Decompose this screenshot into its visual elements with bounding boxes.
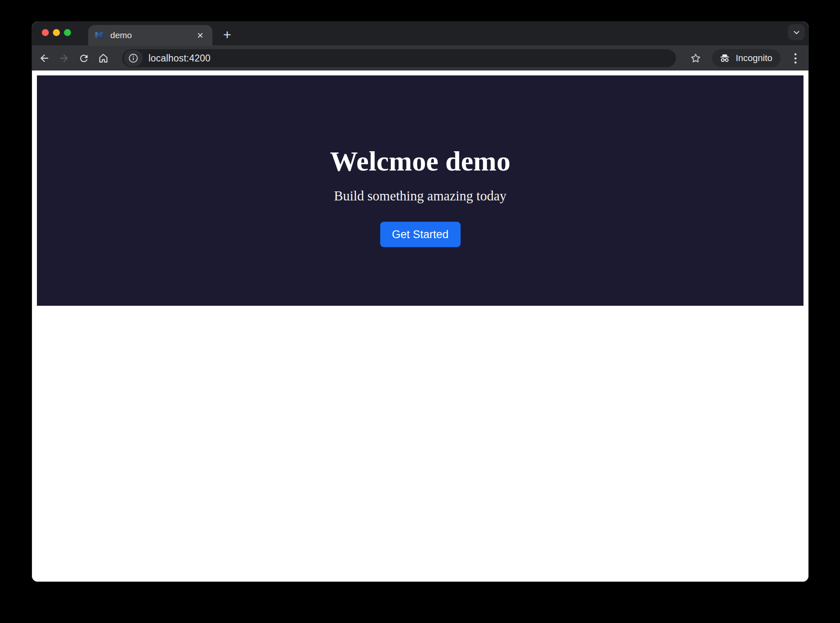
browser-toolbar: localhost:4200 Incognito	[32, 45, 808, 70]
info-circle-icon	[128, 53, 139, 64]
hero-section: Welcmoe demo Build something amazing tod…	[37, 75, 803, 306]
url-text: localhost:4200	[148, 53, 210, 64]
new-tab-button[interactable]: +	[218, 25, 236, 43]
reload-icon	[78, 53, 89, 64]
incognito-label: Incognito	[736, 53, 772, 64]
arrow-back-icon	[39, 52, 50, 64]
home-icon	[98, 52, 109, 64]
window-controls	[42, 29, 71, 36]
kebab-menu-icon	[794, 53, 797, 55]
arrow-forward-icon	[58, 52, 70, 64]
browser-window: demo × +	[32, 22, 808, 582]
window-minimize-button[interactable]	[53, 29, 60, 36]
get-started-button[interactable]: Get Started	[380, 222, 461, 247]
browser-menu-button[interactable]	[786, 49, 804, 67]
incognito-badge: Incognito	[712, 49, 781, 67]
window-zoom-button[interactable]	[64, 29, 71, 36]
reload-button[interactable]	[74, 48, 94, 68]
browser-tab-demo[interactable]: demo ×	[88, 25, 212, 45]
nx-logo-favicon-icon	[94, 30, 105, 41]
chevron-down-icon	[792, 28, 801, 37]
window-close-button[interactable]	[42, 29, 49, 36]
tab-title: demo	[110, 30, 194, 40]
tab-close-icon[interactable]: ×	[194, 29, 207, 42]
forward-button[interactable]	[54, 48, 74, 68]
address-bar[interactable]: localhost:4200	[122, 49, 676, 67]
tab-strip: demo × +	[32, 22, 808, 45]
page-content: Welcmoe demo Build something amazing tod…	[32, 70, 808, 582]
site-info-button[interactable]	[124, 50, 143, 66]
tab-search-chevron-button[interactable]	[788, 24, 805, 40]
hero-title: Welcmoe demo	[330, 145, 511, 177]
back-button[interactable]	[34, 48, 54, 68]
incognito-icon	[719, 52, 731, 64]
bookmark-button[interactable]	[686, 48, 705, 68]
star-icon	[690, 52, 701, 64]
home-button[interactable]	[94, 48, 113, 68]
hero-subtitle: Build something amazing today	[334, 188, 507, 204]
